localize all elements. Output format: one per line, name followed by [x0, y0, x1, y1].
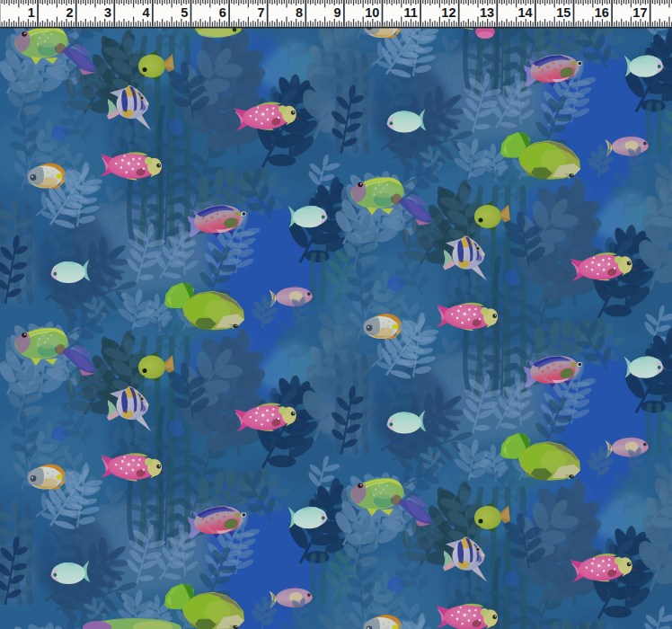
svg-text:10: 10: [365, 5, 379, 20]
svg-text:14: 14: [518, 5, 533, 20]
svg-text:2: 2: [66, 5, 73, 20]
svg-text:7: 7: [257, 5, 264, 20]
svg-text:8: 8: [296, 5, 303, 20]
svg-text:4: 4: [143, 5, 150, 20]
svg-text:12: 12: [441, 5, 455, 20]
svg-text:17: 17: [632, 5, 647, 20]
svg-text:3: 3: [104, 5, 111, 20]
svg-text:16: 16: [595, 5, 609, 20]
svg-text:1: 1: [28, 5, 35, 20]
svg-text:11: 11: [404, 5, 418, 20]
svg-text:13: 13: [480, 5, 494, 20]
svg-text:5: 5: [181, 5, 188, 20]
svg-text:6: 6: [219, 5, 226, 20]
svg-text:15: 15: [556, 5, 570, 20]
svg-text:9: 9: [334, 5, 341, 20]
